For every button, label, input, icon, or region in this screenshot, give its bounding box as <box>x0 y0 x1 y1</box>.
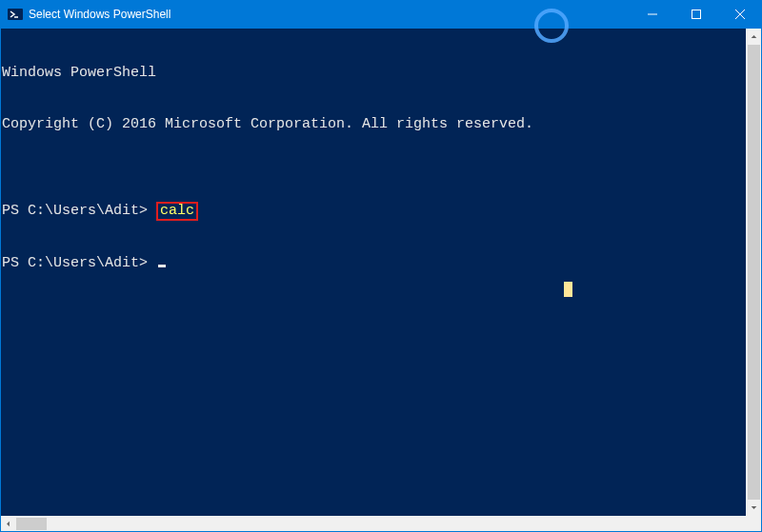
svg-rect-3 <box>692 10 701 19</box>
window-title: Select Windows PowerShell <box>29 8 170 21</box>
powershell-window: Select Windows PowerShell Windows PowerS… <box>0 0 762 532</box>
text-cursor <box>158 265 166 267</box>
command-highlight-box: calc <box>156 202 198 221</box>
prompt-1: PS C:\Users\Adit> <box>2 203 156 219</box>
scroll-left-button[interactable] <box>0 516 16 532</box>
console-output: Windows PowerShell Copyright (C) 2016 Mi… <box>0 29 746 306</box>
window-controls <box>631 0 762 29</box>
vertical-scrollbar[interactable] <box>746 29 762 516</box>
prompt-line-1: PS C:\Users\Adit> calc <box>2 202 746 221</box>
scrollbar-corner <box>746 516 762 532</box>
console-client-area[interactable]: Windows PowerShell Copyright (C) 2016 Mi… <box>0 29 746 516</box>
close-button[interactable] <box>718 0 762 29</box>
maximize-button[interactable] <box>674 0 718 29</box>
vertical-scrollbar-thumb[interactable] <box>748 45 760 500</box>
scroll-down-button[interactable] <box>746 500 762 516</box>
scroll-up-button[interactable] <box>746 29 762 45</box>
prompt-2: PS C:\Users\Adit> <box>2 255 156 271</box>
horizontal-scrollbar[interactable] <box>0 516 762 532</box>
banner-line-1: Windows PowerShell <box>2 65 746 82</box>
titlebar[interactable]: Select Windows PowerShell <box>0 0 762 29</box>
command-text: calc <box>160 203 194 219</box>
vertical-scrollbar-track[interactable] <box>746 45 762 500</box>
horizontal-scrollbar-thumb[interactable] <box>16 518 47 530</box>
horizontal-scrollbar-track[interactable] <box>16 516 746 532</box>
minimize-button[interactable] <box>631 0 674 29</box>
prompt-line-2: PS C:\Users\Adit> <box>2 255 746 272</box>
banner-line-2: Copyright (C) 2016 Microsoft Corporation… <box>2 116 746 133</box>
powershell-icon <box>8 7 23 22</box>
